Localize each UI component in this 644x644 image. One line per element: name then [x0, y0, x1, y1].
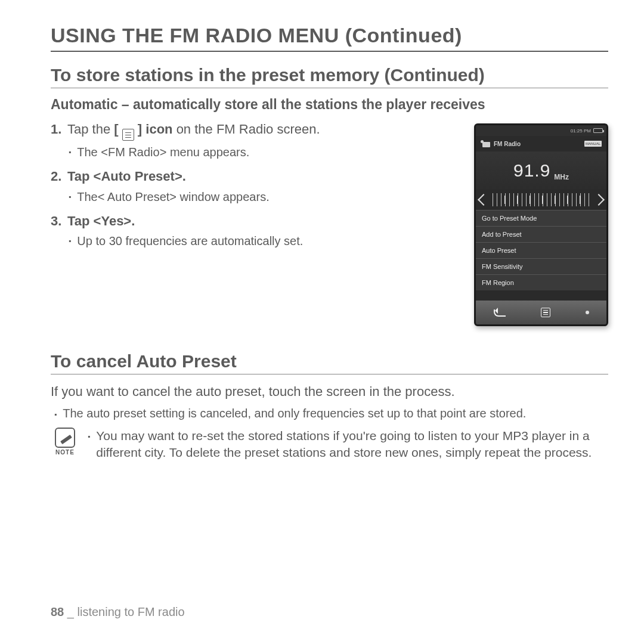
- device-screenshot: 01:25 PM FM Radio MANUAL 91.9 MHz: [474, 123, 608, 326]
- footer-separator: _: [64, 605, 77, 618]
- step-2-text: Tap <Auto Preset>.: [67, 168, 463, 185]
- step-list: 1. Tap the [ ] icon on the FM Radio scre…: [51, 121, 463, 326]
- step-1-bracket-open: [: [114, 122, 122, 137]
- step-1-text-post: on the FM Radio screen.: [173, 122, 320, 137]
- dot-icon[interactable]: [586, 311, 589, 314]
- subsection-heading-automatic: Automatic – automatically store all the …: [51, 97, 608, 113]
- step-number: 2.: [51, 168, 67, 185]
- section-heading-cancel: To cancel Auto Preset: [51, 351, 608, 374]
- note-text: You may want to re-set the stored statio…: [88, 428, 608, 462]
- note-block: NOTE You may want to re-set the stored s…: [51, 428, 608, 462]
- step-3: 3. Tap <Yes>.: [51, 213, 463, 230]
- mode-badge: MANUAL: [584, 141, 602, 147]
- dial-ticks: [493, 193, 590, 206]
- chevron-left-icon[interactable]: [478, 194, 490, 206]
- step-1: 1. Tap the [ ] icon on the FM Radio scre…: [51, 121, 463, 141]
- step-3-sub: Up to 30 frequencies are automatically s…: [69, 233, 463, 249]
- menu-item-fm-sensitivity[interactable]: FM Sensitivity: [476, 258, 606, 274]
- step-number: 3.: [51, 213, 67, 230]
- menu-item-go-to-preset-mode[interactable]: Go to Preset Mode: [476, 210, 606, 226]
- menu-item-auto-preset[interactable]: Auto Preset: [476, 242, 606, 258]
- step-2-sub: The< Auto Preset> window appears.: [69, 189, 463, 205]
- tuning-dial[interactable]: [476, 190, 606, 210]
- cancel-paragraph: If you want to cancel the auto preset, t…: [51, 383, 608, 401]
- note-label: NOTE: [55, 449, 75, 456]
- page-heading: USING THE FM RADIO MENU (Continued): [51, 24, 608, 52]
- step-3-text: Tap <Yes>.: [67, 213, 463, 230]
- cancel-bullet: The auto preset setting is canceled, and…: [54, 405, 608, 422]
- fm-radio-menu: Go to Preset Mode Add to Preset Auto Pre…: [476, 210, 606, 290]
- footer-page-number: 88: [51, 605, 64, 618]
- frequency-value: 91.9: [513, 160, 550, 181]
- frequency-unit: MHz: [554, 173, 569, 181]
- step-1-sub: The <FM Radio> menu appears.: [69, 144, 463, 160]
- device-title-bar: FM Radio MANUAL: [476, 136, 606, 151]
- footer-section: listening to FM radio: [78, 605, 185, 618]
- menu-item-fm-region[interactable]: FM Region: [476, 274, 606, 290]
- back-icon[interactable]: [494, 308, 506, 317]
- device-bottom-bar: [476, 301, 606, 324]
- step-2: 2. Tap <Auto Preset>.: [51, 168, 463, 185]
- page-footer: 88 _ listening to FM radio: [51, 605, 185, 619]
- status-bar: 01:25 PM: [476, 125, 606, 136]
- battery-icon: [593, 128, 603, 133]
- device-title: FM Radio: [494, 141, 521, 147]
- step-1-bracket-close: ] icon: [134, 122, 173, 137]
- menu-item-add-to-preset[interactable]: Add to Preset: [476, 226, 606, 242]
- frequency-display: 91.9 MHz: [476, 151, 606, 190]
- menu-icon: [122, 129, 134, 141]
- step-number: 1.: [51, 121, 67, 141]
- note-icon: [55, 428, 75, 448]
- section-heading-store: To store stations in the preset memory (…: [51, 65, 608, 88]
- status-time: 01:25 PM: [571, 128, 591, 134]
- menu-icon[interactable]: [541, 308, 550, 317]
- fm-radio-icon: [481, 140, 490, 147]
- step-1-text-pre: Tap the: [67, 122, 114, 137]
- chevron-right-icon[interactable]: [593, 194, 605, 206]
